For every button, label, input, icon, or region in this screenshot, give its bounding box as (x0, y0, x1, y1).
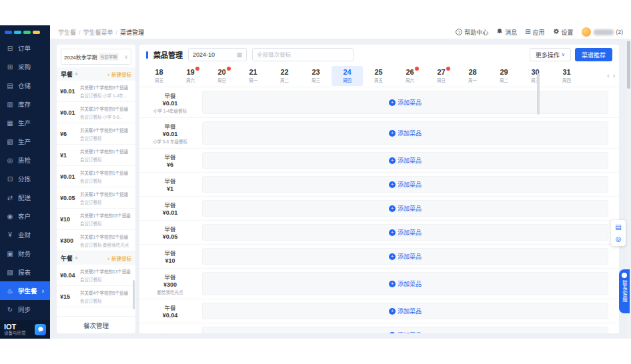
topbar-action-help[interactable]: ?帮助中心 (456, 28, 488, 37)
meal-name: 早餐 (139, 122, 201, 130)
quick-doc-icon[interactable]: ▤ (614, 223, 623, 231)
plus-icon: + (389, 281, 396, 287)
calendar-next-icon[interactable]: › (613, 72, 615, 79)
meal-standard-line1: 共关联1个学校的3个班级 (80, 84, 128, 91)
new-meal-standard-link[interactable]: + 新建餐标 (107, 255, 131, 262)
calendar-prev-icon[interactable]: ‹ (607, 72, 609, 79)
chevron-up-icon[interactable]: ∧ (75, 255, 78, 261)
sidebar-item-produce[interactable]: ▦生产 (0, 113, 50, 132)
add-dish-button[interactable]: +添加菜品 (389, 129, 422, 137)
add-dish-zone[interactable]: +添加菜品 (202, 152, 608, 169)
meal-standard-item[interactable]: ¥0.01共关联1个学校的3个班级会议订餐标 小学 1-4年... (57, 81, 135, 102)
month-picker[interactable]: 2024-10 ▦ (188, 48, 247, 61)
meal-standard-desc: 共关联2个学校的13个班级会议订餐标 (80, 268, 131, 283)
sidebar-item-sync[interactable]: ↻同步 (0, 300, 50, 319)
add-dish-zone[interactable]: +添加菜品 (202, 176, 608, 193)
calendar-day-21[interactable]: 21周一 (237, 66, 269, 86)
more-actions-button[interactable]: 更多操作 ∨ (530, 48, 571, 61)
calendar-day-20[interactable]: 20周日 (206, 66, 237, 86)
page-scrollbar-thumb[interactable] (627, 41, 630, 89)
recipe-recommend-button[interactable]: 菜谱推荐 (575, 48, 612, 61)
add-dish-button[interactable]: +添加菜品 (389, 98, 422, 107)
add-dish-label: 添加菜品 (398, 279, 422, 288)
add-dish-zone[interactable]: +添加菜品 (202, 272, 608, 295)
sidebar-item-inventory[interactable]: ▥库存 (0, 95, 50, 113)
sidebar-item-qc[interactable]: ◎质检 (0, 151, 50, 169)
calendar-day-23[interactable]: 23周三 (300, 66, 332, 86)
sidebar: ⊟订单⊞采购▤仓储▥库存▦生产▧生产◎质检⊡分拣⇄配送◉客户¥业财▣财务▨报表♨… (0, 25, 50, 339)
sidebar-item-meal[interactable]: ♨学生餐› (0, 281, 50, 300)
topbar-action-bell[interactable]: 消息 (496, 28, 517, 37)
calendar-day-19[interactable]: 19周六 (175, 66, 206, 86)
add-dish-button[interactable]: +添加菜品 (389, 204, 422, 213)
topbar-action-apps[interactable]: ⊞应用 (525, 28, 544, 37)
topbar-action-gear[interactable]: 设置 (553, 28, 574, 37)
meal-standard-item[interactable]: ¥0.01共关联3个学校的9个班级会议订餐标 小学 5-6... (57, 102, 135, 123)
add-dish-button[interactable]: +添加菜品 (389, 279, 422, 288)
meal-standard-item[interactable]: ¥15共关联4个学校的5个班级会议订餐标 (57, 286, 135, 307)
sidebar-item-label: 生产 (18, 118, 31, 127)
quick-message-icon[interactable]: ◎ (614, 235, 623, 243)
add-dish-button[interactable]: +添加菜品 (389, 180, 422, 189)
meal-standard-item[interactable]: ¥0.01共关联1个学校的1个班级会议订餐标 (57, 166, 135, 187)
meal-standard-item[interactable]: ¥300共关联1个学校的2个班级会议订餐标 都给我吃光点 (57, 230, 135, 251)
add-dish-button[interactable]: +添加菜品 (389, 252, 422, 261)
calendar-day-22[interactable]: 22周二 (269, 66, 300, 86)
sidebar-item-order[interactable]: ⊟订单 (0, 39, 50, 57)
sidebar-item-produce2[interactable]: ▧生产 (0, 132, 50, 151)
add-dish-button[interactable]: +添加菜品 (389, 228, 422, 237)
sidebar-item-deliver[interactable]: ⇄配送 (0, 188, 50, 207)
add-dish-zone[interactable]: +添加菜品 (202, 303, 608, 319)
sidebar-item-storage[interactable]: ▤仓储 (0, 76, 50, 95)
sidebar-item-finance[interactable]: ▣财务 (0, 244, 50, 263)
meal-session-manage-button[interactable]: 餐次管理 (57, 316, 135, 333)
user-suffix: (2) (616, 29, 623, 35)
sidebar-item-sort[interactable]: ⊡分拣 (0, 169, 50, 188)
new-meal-standard-link[interactable]: + 新建餐标 (107, 71, 131, 78)
meal-standard-item[interactable]: ¥6共关联4个学校的4个班级会议订餐标 (57, 123, 135, 145)
add-dish-button[interactable]: +添加菜品 (389, 307, 422, 315)
table-scrollbar[interactable] (537, 73, 540, 115)
sidebar-item-bizfin[interactable]: ¥业财 (0, 225, 50, 244)
calendar-day-25[interactable]: 25周五 (363, 66, 394, 86)
add-dish-button[interactable]: +添加菜品 (389, 331, 422, 333)
semester-select[interactable]: 2024秋季学期 当前学期 ∨ (61, 49, 131, 65)
breadcrumb-item[interactable]: 学生餐菜单 (83, 29, 113, 36)
meal-standard-line2: 会议订餐标 (80, 220, 131, 227)
iot-footer[interactable]: IOT 设备与环境 (0, 320, 50, 339)
add-dish-zone[interactable]: +添加菜品 (202, 91, 608, 114)
calendar-day-28[interactable]: 28周一 (457, 66, 488, 86)
calendar-date: 21 (249, 68, 257, 77)
sidebar-item-report[interactable]: ▨报表 (0, 263, 50, 281)
meal-row: 早餐¥0.01+添加菜品 (139, 197, 619, 221)
meal-row: 早餐¥1+添加菜品 (139, 173, 619, 197)
add-dish-zone[interactable]: +添加菜品 (202, 224, 608, 241)
logo-dash-1 (5, 31, 12, 34)
calendar-day-31[interactable]: 31周四 (551, 66, 582, 86)
search-input[interactable] (252, 48, 354, 61)
sidebar-item-customer[interactable]: ◉客户 (0, 207, 50, 225)
calendar-day-27[interactable]: 27周日 (426, 66, 457, 86)
add-dish-button[interactable]: +添加菜品 (389, 156, 422, 165)
user-menu[interactable]: (2) (582, 27, 623, 37)
plus-icon: + (389, 253, 396, 260)
add-dish-zone[interactable]: +添加菜品 (202, 327, 608, 333)
contact-support-tab[interactable]: 联系客服 (619, 269, 630, 313)
calendar-day-29[interactable]: 29周二 (488, 66, 520, 86)
calendar-day-18[interactable]: 18周五 (143, 66, 175, 86)
meal-standard-item[interactable]: ¥0.04共关联2个学校的13个班级会议订餐标 (57, 265, 135, 286)
sidebar-item-purchase[interactable]: ⊞采购 (0, 57, 50, 76)
calendar-day-30[interactable]: 30周三 (520, 66, 551, 86)
calendar-day-26[interactable]: 26周六 (394, 66, 426, 86)
breadcrumb-item[interactable]: 学生餐 (58, 29, 76, 36)
add-dish-zone[interactable]: +添加菜品 (202, 248, 608, 265)
add-dish-zone[interactable]: +添加菜品 (202, 200, 608, 217)
chevron-up-icon[interactable]: ∧ (75, 71, 78, 77)
meal-standard-item[interactable]: ¥10共关联1个学校的15个班级会议订餐标 (57, 209, 135, 230)
calendar-date: 19 (186, 68, 194, 77)
add-dish-zone[interactable]: +添加菜品 (202, 121, 608, 145)
meal-standard-item[interactable]: ¥1共关联1个学校的1个班级会议订餐标 (57, 145, 135, 166)
panel-scrollbar[interactable] (133, 280, 135, 309)
meal-standard-item[interactable]: ¥0.05共关联1个学校的1个班级会议订餐标 (57, 187, 135, 209)
calendar-day-24[interactable]: 24周四 (332, 66, 363, 86)
